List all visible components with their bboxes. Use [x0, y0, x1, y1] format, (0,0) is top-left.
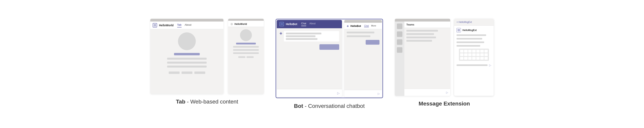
bot-compact-header: ◈ HelloBot Chat More [344, 23, 382, 29]
titlebar [150, 19, 224, 22]
teams-section-header: Teams [404, 22, 450, 28]
bot-compact-chat-tab[interactable]: Chat [364, 24, 368, 27]
mobile-skel-2 [233, 46, 259, 48]
skeleton-bar-3 [167, 62, 207, 64]
msg-panel-back-link[interactable]: < HelloMsgExt [456, 21, 472, 24]
tab-section: HelloWorld Tab About [150, 19, 264, 105]
sidebar-icon-4[interactable] [397, 47, 402, 53]
tab-tabs: Tab About [177, 23, 192, 28]
key-20 [480, 57, 484, 60]
key-14 [484, 53, 488, 56]
key-2 [464, 50, 468, 52]
tab-mobile-app-name: HelloWorld [234, 23, 247, 26]
panel-send-row: ▷ [456, 64, 491, 67]
key-5 [476, 50, 480, 52]
bot-section: HelloBot Chat About ◈ [276, 19, 383, 109]
tab-about-tab[interactable]: About [185, 23, 192, 28]
skeleton-bar-2 [167, 58, 207, 60]
bot-compact-symbol: ◈ [347, 24, 349, 28]
tab-app-name: HelloWorld [159, 24, 174, 27]
bot-send-icon[interactable]: ▷ [337, 91, 340, 95]
bot-bubble-1 [284, 31, 339, 42]
teams-main-area: Teams ▷ [404, 22, 450, 96]
mobile-skel-4 [233, 52, 259, 54]
key-6 [480, 50, 484, 52]
avatar-placeholder [178, 32, 196, 50]
skeleton-bar-1 [174, 53, 200, 55]
compact-send-icon[interactable]: ▷ [378, 92, 380, 95]
msg-ext-section: Teams ▷ < Hel [395, 19, 494, 107]
mobile-skel-btn-1 [238, 56, 245, 58]
key-15 [460, 57, 464, 60]
key-8 [460, 53, 464, 56]
bot-chat-header: HelloBot Chat About [277, 20, 342, 28]
tab-caption-rest: - Web-based content [185, 98, 238, 105]
skeleton-bar-4 [167, 66, 207, 68]
key-13 [480, 53, 484, 56]
panel-line-2 [456, 38, 482, 40]
bot-chat-tab[interactable]: Chat [301, 22, 306, 26]
panel-line-4 [456, 45, 480, 46]
key-7 [484, 50, 488, 52]
key-11 [472, 53, 476, 56]
bot-chat-tabs: Chat About [301, 22, 316, 26]
app-icon [153, 23, 157, 28]
bot-chat-content: ◈ [277, 28, 342, 89]
mobile-skel-3 [233, 49, 259, 51]
bubble-line-3 [286, 38, 318, 40]
tab-caption-bold: Tab [176, 98, 186, 105]
key-19 [476, 57, 480, 60]
bot-grid-icon [281, 23, 283, 25]
mobile-skel-btn-2 [246, 56, 254, 58]
bot-about-tab[interactable]: About [309, 22, 316, 26]
bot-message-row-1: ◈ [280, 31, 339, 42]
msg-app-name: HelloMsgExt [462, 29, 477, 32]
msg-keyboard [459, 48, 489, 61]
bot-caption-bold: Bot [294, 103, 303, 109]
sidebar-icon-2[interactable] [397, 32, 402, 37]
main-container: HelloWorld Tab About [0, 13, 644, 115]
msg-app-icon [456, 28, 461, 32]
panel-line-3 [456, 42, 484, 43]
key-21 [484, 57, 488, 60]
key-9 [464, 53, 468, 56]
tab-desktop-window: HelloWorld Tab About [150, 19, 224, 94]
msg-ext-panel: < HelloMsgExt HelloMsgEx [454, 19, 494, 96]
teams-input-bar: ▷ [404, 89, 450, 96]
key-3 [468, 50, 472, 52]
compact-titlebar [344, 20, 382, 23]
tab-caption: Tab - Web-based content [176, 98, 238, 105]
sidebar-icon-3[interactable] [397, 39, 402, 45]
key-1 [460, 50, 464, 52]
msg-panel-content: HelloMsgExt [454, 26, 494, 69]
bot-highlight-border: HelloBot Chat About ◈ [276, 19, 383, 98]
grid-icon [154, 24, 156, 26]
msg-grid-icon [458, 29, 460, 31]
msg-windows-wrapper: Teams ▷ < Hel [395, 19, 494, 96]
compact-input-bar: ▷ [344, 90, 382, 97]
bot-app-name: HelloBot [286, 22, 297, 26]
sidebar-icon-1[interactable] [397, 24, 402, 29]
bot-compact-window: ◈ HelloBot Chat More [344, 20, 382, 97]
reply-btn[interactable] [320, 44, 339, 50]
compact-reply-btn[interactable] [366, 40, 380, 45]
mobile-titlebar [228, 19, 264, 21]
tab-mobile-content [228, 27, 264, 60]
bot-compact-more-tab[interactable]: More [371, 24, 376, 27]
key-17 [468, 57, 472, 60]
keyboard-row-1 [460, 50, 488, 52]
bot-compact-content [344, 29, 382, 90]
teams-line-4 [406, 40, 432, 42]
bot-input-bar: ▷ [277, 89, 342, 97]
msg-panel-header: < HelloMsgExt [454, 19, 494, 26]
bot-compact-tabs: Chat More [364, 24, 376, 27]
bot-compact-name: HelloBot [350, 24, 361, 28]
msg-teams-window: Teams ▷ [395, 19, 450, 96]
tab-tab-active[interactable]: Tab [177, 23, 182, 28]
panel-send-icon[interactable]: ▷ [489, 64, 491, 67]
bubble-line-1 [286, 32, 322, 34]
keyboard-row-2 [460, 53, 488, 56]
mobile-avatar [240, 29, 252, 41]
tab-desktop-content [150, 29, 224, 94]
teams-send-icon[interactable]: ▷ [446, 91, 448, 94]
